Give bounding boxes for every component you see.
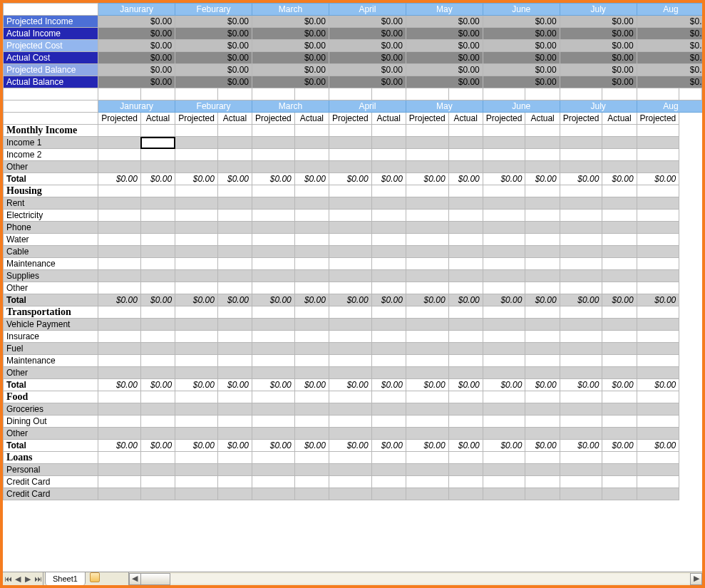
data-cell[interactable] bbox=[98, 246, 141, 258]
data-cell[interactable] bbox=[371, 246, 406, 258]
data-cell[interactable] bbox=[217, 464, 252, 476]
data-cell[interactable] bbox=[371, 416, 406, 428]
data-cell[interactable] bbox=[406, 464, 448, 476]
total-cell[interactable]: $0.00 bbox=[560, 173, 602, 185]
data-cell[interactable] bbox=[637, 137, 679, 149]
data-cell[interactable] bbox=[294, 149, 329, 161]
data-cell[interactable] bbox=[294, 319, 329, 331]
data-cell[interactable] bbox=[175, 258, 218, 270]
data-cell[interactable] bbox=[252, 367, 295, 379]
data-cell[interactable] bbox=[294, 464, 329, 476]
data-cell[interactable] bbox=[252, 476, 295, 488]
data-cell[interactable] bbox=[175, 488, 218, 500]
subheader-actual[interactable]: Actual bbox=[525, 113, 560, 125]
data-cell[interactable] bbox=[98, 343, 141, 355]
data-cell[interactable] bbox=[406, 161, 448, 173]
data-cell[interactable] bbox=[406, 428, 448, 440]
total-cell[interactable]: $0.00 bbox=[525, 173, 560, 185]
data-cell[interactable] bbox=[98, 367, 141, 379]
data-cell[interactable] bbox=[329, 319, 371, 331]
data-cell[interactable] bbox=[448, 464, 483, 476]
data-cell[interactable] bbox=[560, 161, 602, 173]
data-cell[interactable] bbox=[98, 416, 141, 428]
total-cell[interactable]: $0.00 bbox=[560, 294, 602, 306]
data-cell[interactable] bbox=[525, 149, 560, 161]
data-cell[interactable] bbox=[448, 488, 483, 500]
data-cell[interactable] bbox=[329, 161, 371, 173]
subheader-projected[interactable]: Projected bbox=[406, 113, 448, 125]
data-cell[interactable] bbox=[483, 416, 525, 428]
summary-cell[interactable]: $0.00 bbox=[252, 16, 329, 28]
summary-cell[interactable]: $0.00 bbox=[483, 64, 560, 76]
item-label[interactable]: Other bbox=[4, 428, 98, 440]
total-cell[interactable]: $0.00 bbox=[294, 440, 329, 452]
data-cell[interactable] bbox=[371, 319, 406, 331]
data-cell[interactable] bbox=[483, 282, 525, 294]
subheader-projected[interactable]: Projected bbox=[175, 113, 218, 125]
total-cell[interactable]: $0.00 bbox=[371, 173, 406, 185]
cell[interactable] bbox=[98, 452, 141, 464]
data-cell[interactable] bbox=[329, 246, 371, 258]
data-cell[interactable] bbox=[252, 197, 295, 210]
data-cell[interactable] bbox=[140, 488, 175, 500]
data-cell[interactable] bbox=[602, 367, 637, 379]
data-cell[interactable] bbox=[560, 222, 602, 234]
data-cell[interactable] bbox=[560, 331, 602, 343]
data-cell[interactable] bbox=[175, 464, 218, 476]
data-cell[interactable] bbox=[406, 246, 448, 258]
summary-cell[interactable]: $0.00 bbox=[483, 40, 560, 52]
data-cell[interactable] bbox=[637, 197, 679, 210]
data-cell[interactable] bbox=[294, 246, 329, 258]
cell[interactable] bbox=[371, 88, 406, 100]
item-label[interactable]: Income 1 bbox=[4, 137, 98, 149]
data-cell[interactable] bbox=[98, 319, 141, 331]
cell[interactable] bbox=[483, 452, 525, 464]
data-cell[interactable] bbox=[371, 137, 406, 149]
data-cell[interactable] bbox=[560, 246, 602, 258]
month-header[interactable]: March bbox=[252, 4, 329, 16]
total-cell[interactable]: $0.00 bbox=[406, 173, 448, 185]
data-cell[interactable] bbox=[525, 222, 560, 234]
cell[interactable] bbox=[175, 306, 218, 319]
total-cell[interactable]: $0.00 bbox=[294, 379, 329, 391]
data-cell[interactable] bbox=[252, 403, 295, 416]
cell[interactable] bbox=[525, 391, 560, 403]
category-header[interactable]: Loans bbox=[4, 452, 98, 464]
data-cell[interactable] bbox=[483, 222, 525, 234]
total-cell[interactable]: $0.00 bbox=[560, 440, 602, 452]
total-cell[interactable]: $0.00 bbox=[98, 294, 141, 306]
cell[interactable] bbox=[294, 88, 329, 100]
data-cell[interactable] bbox=[637, 428, 679, 440]
month-header[interactable]: July bbox=[560, 100, 637, 113]
summary-cell[interactable]: $0.00 bbox=[175, 64, 252, 76]
item-label[interactable]: Dining Out bbox=[4, 416, 98, 428]
data-cell[interactable] bbox=[448, 416, 483, 428]
cell[interactable] bbox=[406, 306, 448, 319]
scroll-right-icon[interactable]: ▶ bbox=[690, 573, 702, 585]
total-cell[interactable]: $0.00 bbox=[329, 294, 371, 306]
data-cell[interactable] bbox=[637, 282, 679, 294]
data-cell[interactable] bbox=[140, 343, 175, 355]
data-cell[interactable] bbox=[602, 464, 637, 476]
data-cell[interactable] bbox=[175, 246, 218, 258]
data-cell[interactable] bbox=[406, 416, 448, 428]
data-cell[interactable] bbox=[329, 137, 371, 149]
data-cell[interactable] bbox=[637, 222, 679, 234]
data-cell[interactable] bbox=[560, 416, 602, 428]
subheader-actual[interactable]: Actual bbox=[140, 113, 175, 125]
cell[interactable] bbox=[560, 185, 602, 197]
scroll-track[interactable] bbox=[140, 574, 691, 584]
item-label[interactable]: Groceries bbox=[4, 403, 98, 416]
summary-cell[interactable]: $0.00 bbox=[175, 16, 252, 28]
data-cell[interactable] bbox=[329, 403, 371, 416]
data-cell[interactable] bbox=[98, 210, 141, 222]
cell[interactable] bbox=[406, 391, 448, 403]
summary-cell[interactable]: $0.00 bbox=[560, 52, 637, 64]
data-cell[interactable] bbox=[371, 331, 406, 343]
total-label[interactable]: Total bbox=[4, 379, 98, 391]
item-label[interactable]: Phone bbox=[4, 222, 98, 234]
data-cell[interactable] bbox=[294, 210, 329, 222]
data-cell[interactable] bbox=[406, 282, 448, 294]
data-cell[interactable] bbox=[175, 367, 218, 379]
data-cell[interactable] bbox=[175, 270, 218, 282]
